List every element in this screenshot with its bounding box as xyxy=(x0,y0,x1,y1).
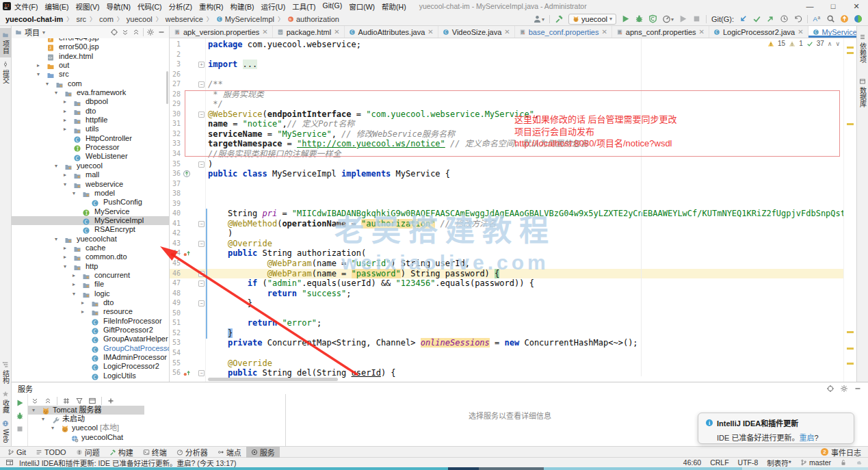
close-tab-icon[interactable]: ✕ xyxy=(504,28,510,36)
tool-stripe-提交[interactable]: 提交 xyxy=(0,57,12,87)
project-tree-item-model[interactable]: ▾model xyxy=(12,189,169,198)
chevron-right-icon[interactable]: ▸ xyxy=(64,172,66,178)
editor-tab-MyServiceImpl.java[interactable]: CMyServiceImpl.java✕ xyxy=(808,26,856,38)
chevron-down-icon[interactable]: ▾ xyxy=(46,81,49,87)
project-tree-item-src[interactable]: ▾src xyxy=(12,70,169,79)
error-stripe-mark[interactable] xyxy=(847,348,854,350)
close-tab-icon[interactable]: ✕ xyxy=(262,28,267,36)
service-item-yuecool[interactable]: ▾yuecool [本地] xyxy=(28,423,285,432)
menu-分析Z[interactable]: 分析(Z) xyxy=(166,1,196,12)
fold-marker[interactable]: − xyxy=(198,271,205,277)
prev-problem-icon[interactable]: ∧ xyxy=(828,40,832,47)
menu-帮助H[interactable]: 帮助(H) xyxy=(378,1,410,12)
close-tab-icon[interactable]: ✕ xyxy=(334,28,339,36)
code-line-45[interactable]: 45 @WebParam(name = "userId") String use… xyxy=(170,259,856,269)
gear-icon[interactable] xyxy=(840,384,848,393)
plugin-orb-icon[interactable] xyxy=(854,14,863,23)
code-line-2[interactable]: 2 xyxy=(170,50,856,60)
inspections-widget[interactable]: 15 1 37 ∧ ∨ xyxy=(767,40,840,47)
fold-marker[interactable]: − xyxy=(198,161,205,168)
editor-tab-VideoSize.java[interactable]: CVideoSize.java✕ xyxy=(438,26,515,38)
chevron-down-icon[interactable]: ▾ xyxy=(51,425,54,431)
tool-window-button-TODO[interactable]: TODO xyxy=(31,447,71,458)
breadcrumb-webservice[interactable]: webservice xyxy=(166,15,203,23)
code-line-34[interactable]: 34//服务实现类和接口的注解要一样全 xyxy=(170,149,856,159)
tool-window-button-服务[interactable]: 服务 xyxy=(246,447,280,458)
chevron-right-icon[interactable]: ▸ xyxy=(64,254,66,260)
git-commit-icon[interactable] xyxy=(752,14,761,23)
line-ending[interactable]: CRLF xyxy=(710,458,728,467)
chevron-down-icon[interactable]: ▾ xyxy=(32,407,35,413)
project-tree-item-GiftProcessor2[interactable]: CGiftProcessor2 xyxy=(12,326,169,335)
menu-代码C[interactable]: 代码(C) xyxy=(134,1,166,12)
service-item-未启动[interactable]: ▾未启动 xyxy=(28,415,285,423)
code-line-44[interactable]: 44 public String authorization( xyxy=(170,248,856,259)
fold-marker[interactable]: − xyxy=(198,221,205,227)
chevron-down-icon[interactable]: ▾ xyxy=(73,291,75,297)
project-tree-item-HttpController[interactable]: CHttpController xyxy=(12,134,169,143)
run-service-icon[interactable] xyxy=(16,399,24,407)
git-branch[interactable]: master xyxy=(800,458,831,467)
project-tree-item-concurrent[interactable]: ▸concurrent xyxy=(12,271,169,280)
error-stripe-mark[interactable] xyxy=(847,52,854,54)
project-tree-item-Processor[interactable]: IProcessor xyxy=(12,143,169,152)
build-icon[interactable] xyxy=(555,14,564,23)
code-line-41[interactable]: 41− @WebMethod(operationName = "authoriz… xyxy=(170,219,856,229)
tool-window-button-问题[interactable]: 问题 xyxy=(71,447,105,458)
code-line-42[interactable]: 42 ) xyxy=(170,229,856,239)
menu-重构R[interactable]: 重构(R) xyxy=(196,1,227,12)
project-tree-item-common.dto[interactable]: ▸common.dto xyxy=(12,252,169,261)
maximize-button[interactable]: □ xyxy=(821,0,845,12)
project-tree-scrollbar[interactable] xyxy=(166,71,168,104)
chevron-right-icon[interactable]: ▸ xyxy=(73,281,75,287)
restart-link[interactable]: 重启 xyxy=(799,434,814,442)
project-tree-item-webservice[interactable]: ▾webservice xyxy=(12,180,169,189)
menu-工具T[interactable]: 工具(T) xyxy=(289,1,319,12)
code-line-31[interactable]: 31name = "notice",// 定义Port名称 xyxy=(170,119,856,129)
breadcrumb-authorization[interactable]: mauthorization xyxy=(287,15,339,23)
breadcrumb-src[interactable]: src xyxy=(76,15,86,23)
project-tree-item-LogicProcessor2[interactable]: CLogicProcessor2 xyxy=(12,362,169,371)
event-log-button[interactable]: 2 事件日志 xyxy=(821,447,865,458)
project-tree-item-PushConfig[interactable]: CPushConfig xyxy=(12,198,169,207)
fold-marker[interactable]: − xyxy=(198,370,205,376)
code-line-54[interactable]: 54 xyxy=(170,348,856,358)
service-item-yuecoolChat[interactable]: yuecoolChat xyxy=(28,433,285,442)
chevron-right-icon[interactable]: ▸ xyxy=(64,108,66,114)
project-tree-item-IMAdminProcessor[interactable]: CIMAdminProcessor xyxy=(12,353,169,362)
gear-icon[interactable] xyxy=(146,28,155,36)
editor-tab-AudioAttributes.java[interactable]: CAudioAttributes.java✕ xyxy=(345,26,438,38)
menu-窗口W[interactable]: 窗口(W) xyxy=(345,1,378,12)
menu-导航N[interactable]: 导航(N) xyxy=(103,1,134,12)
project-tree-item-cache[interactable]: ▸cache xyxy=(12,244,169,252)
profiler-button[interactable]: ▾ xyxy=(662,14,674,24)
code-line-43[interactable]: 43− @Override xyxy=(170,239,856,249)
code-line-27[interactable]: 27−/** xyxy=(170,79,856,90)
project-tree-item-dbpool[interactable]: ▸dbpool xyxy=(12,97,169,106)
tool-window-button-端点[interactable]: 端点 xyxy=(213,447,246,458)
fold-marker[interactable]: − xyxy=(198,112,205,118)
close-tab-icon[interactable]: ✕ xyxy=(428,28,433,36)
code-editor[interactable]: 1package com.yuecool.webservice;23+impor… xyxy=(170,38,856,382)
menu-视图V[interactable]: 视图(V) xyxy=(72,1,103,12)
code-line-53[interactable]: 53 private ConcurrentMap<String, Channel… xyxy=(170,338,856,348)
editor-tab-package.html[interactable]: <>package.html✕ xyxy=(273,26,345,38)
code-line-26[interactable]: 26 xyxy=(170,70,856,80)
breadcrumb-com[interactable]: com xyxy=(99,15,114,23)
project-tree-item-utils[interactable]: ▸utils xyxy=(12,125,169,133)
view-options-icon[interactable] xyxy=(88,397,96,405)
error-stripe-mark[interactable] xyxy=(847,123,854,125)
code-line-56[interactable]: 56− public String del(String userId) { xyxy=(170,368,856,378)
tool-stripe-收藏[interactable]: 收藏 xyxy=(0,387,12,417)
code-line-39[interactable]: 39 xyxy=(170,199,856,209)
project-tree-item-GroupAvatarHelper[interactable]: CGroupAvatarHelper xyxy=(12,335,169,343)
chevron-right-icon[interactable]: ▸ xyxy=(73,272,75,278)
breadcrumb-yuecool-chat-im[interactable]: yuecool-chat-im xyxy=(5,15,63,23)
project-tree-item-yuecool[interactable]: ▾yuecool xyxy=(12,161,169,170)
chevron-right-icon[interactable]: ▸ xyxy=(64,126,66,132)
fold-marker[interactable]: − xyxy=(198,280,205,287)
error-stripe-mark[interactable] xyxy=(847,47,854,49)
code-line-29[interactable]: 29 */ xyxy=(170,99,856,109)
translate-icon[interactable]: Aa xyxy=(813,14,821,23)
project-tree-item-MyServiceImpl[interactable]: CMyServiceImpl xyxy=(12,216,169,225)
